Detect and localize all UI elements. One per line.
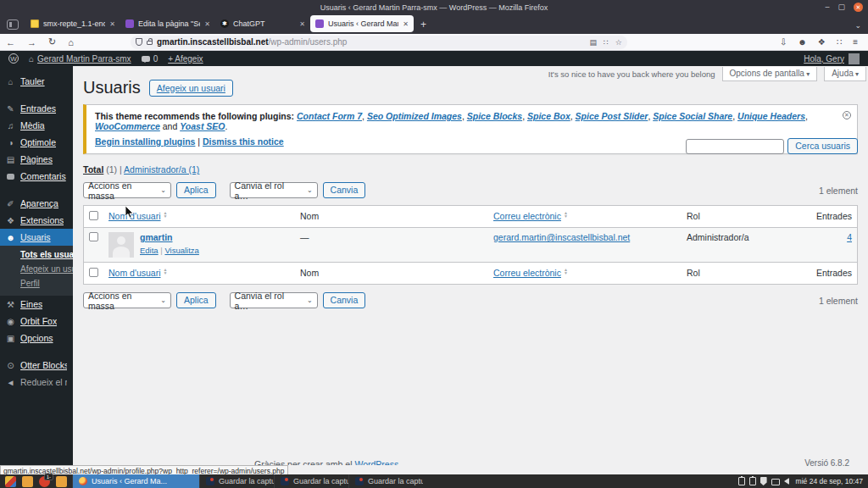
tab-close-icon[interactable]: ✕ [299,20,305,28]
row-checkbox[interactable] [89,232,98,241]
change-role-select[interactable]: Canvia el rol a…⌄ [230,292,318,308]
plugin-link[interactable]: Seo Optimized Images [367,111,462,121]
search-users-button[interactable]: Cerca usuaris [787,138,858,154]
battery-icon[interactable] [738,477,745,485]
tab-close-icon[interactable]: ✕ [109,20,115,28]
clock[interactable]: mié 24 de sep, 10:47 [796,477,863,485]
sidebar-item-orbit-fox[interactable]: ◉Orbit Fox [0,313,73,330]
sidebar-item-optimole[interactable]: ◑Optimole [0,134,73,151]
change-role-select[interactable]: Canvia el rol a…⌄ [230,182,318,198]
account-icon[interactable]: ☻ [798,37,807,47]
battery-alert-icon[interactable] [749,477,756,485]
bookmark-star-icon[interactable]: ☆ [615,38,622,47]
tracking-protection-icon[interactable] [136,38,142,46]
plugin-link[interactable]: Spice Blocks [467,111,522,121]
sidebar-item-pagines[interactable]: ▤Pàgines [0,151,73,168]
apply-button[interactable]: Aplica [176,292,216,308]
display-icon[interactable] [771,479,780,485]
back-icon[interactable]: ← [6,37,15,47]
taskbar-window-capture[interactable]: Guardar la captura ... [274,474,348,488]
sidebar-item-comentaris[interactable]: Comentaris [0,168,73,185]
url-bar[interactable]: gmartin.inscastellbisbal.net/wp-admin/us… [131,36,627,49]
maximize-button[interactable]: ▢ [837,3,845,11]
menu-icon[interactable]: ≡ [853,37,858,47]
filter-administrador-link[interactable]: Administrador/a (1) [124,164,199,175]
change-button[interactable]: Canvia [323,182,366,198]
dismiss-icon[interactable]: ✕ [843,111,851,119]
sidebar-item-eines[interactable]: ⚒Eines [0,296,73,313]
username-link[interactable]: gmartin [140,232,173,242]
select-all-checkbox[interactable] [89,211,98,220]
folder-icon[interactable] [56,476,67,487]
sidebar-item-entrades[interactable]: ✎Entrades [0,100,73,117]
close-button[interactable]: ✕ [854,3,863,12]
tab-close-icon[interactable]: ✕ [204,20,210,28]
sort-email-header[interactable]: Correu electrònic [493,268,561,278]
plugin-link[interactable]: Unique Headers [737,111,805,121]
downloads-icon[interactable]: ⇩ [780,37,787,47]
begin-installing-link[interactable]: Begin installing plugins [95,136,195,147]
taskbar-window-firefox[interactable]: Usuaris ‹ Gerard Ma... [72,474,199,488]
url-text[interactable]: gmartin.inscastellbisbal.net/wp-admin/us… [157,37,586,47]
app-menu-icon[interactable] [5,476,16,487]
tab-close-icon[interactable]: ✕ [403,20,409,28]
submenu-perfil[interactable]: Perfil [0,276,73,291]
user-posts-link[interactable]: 4 [847,232,852,242]
site-name-link[interactable]: Gerard Martin Parra-smx [37,54,131,64]
taskbar-window-capture[interactable]: Guardar la captura ... [348,474,423,488]
select-all-checkbox[interactable] [89,268,98,277]
list-tabs-chevron-icon[interactable]: ⌄ [854,21,861,30]
wordpress-link[interactable]: WordPress [354,459,398,465]
browser-tab-3[interactable]: ✱ ChatGPT ✕ [215,15,310,32]
extensions-icon[interactable]: ❖ [818,37,826,47]
submenu-afegeix-un-usuari[interactable]: Afegeix un usuari [0,262,73,276]
dismiss-notice-link[interactable]: Dismiss this notice [203,136,284,147]
browser-tab-active[interactable]: Usuaris ‹ Gerard Martin Parr ✕ [310,15,414,32]
adminbar-site-link[interactable]: ⌂ Gerard Martin Parra-smx [29,54,131,64]
sidebar-item-usuaris[interactable]: ☻Usuaris [0,229,73,246]
plugin-link[interactable]: Spice Social Share [653,111,732,121]
home-icon[interactable]: ⌂ [68,37,74,47]
firefox-view-icon[interactable] [7,19,19,30]
app-launcher-icon[interactable]: 1- [39,476,50,487]
forward-icon[interactable]: → [27,37,36,47]
reload-icon[interactable]: ↻ [48,36,56,47]
plugin-link[interactable]: Yoast SEO [180,121,225,131]
view-user-link[interactable]: Visualitza [164,246,199,255]
bulk-actions-select[interactable]: Accions en massa⌄ [83,182,171,198]
reader-mode-icon[interactable]: ▤ [590,38,598,47]
apps-grid-icon[interactable]: ∷ [837,37,842,47]
minimize-button[interactable]: – [825,3,829,11]
sidebar-item-otter-blocks[interactable]: ⊙Otter Blocks [0,357,73,374]
containers-icon[interactable]: ∷ [604,38,609,47]
taskbar-window-capture[interactable]: Guardar la captura ... [199,474,274,488]
avatar[interactable] [849,53,860,64]
howdy-link[interactable]: Hola, Gery [804,54,844,64]
adminbar-new-link[interactable]: + Afegeix [168,54,203,64]
lock-icon[interactable] [147,41,153,45]
volume-icon[interactable] [784,478,789,485]
sidebar-item-aparenca[interactable]: ✐Aparença [0,195,73,212]
user-email-link[interactable]: gerard.martin@inscastellbisbal.net [493,232,630,242]
sort-username-header[interactable]: Nom d'usuari [108,268,161,278]
sidebar-collapse-menu[interactable]: ◄Redueix el menú [0,374,73,391]
bulk-actions-select[interactable]: Accions en massa⌄ [83,292,171,308]
sidebar-item-opcions[interactable]: ▣Opcions [0,330,73,347]
folder-icon[interactable] [22,476,33,487]
adminbar-comments[interactable]: 0 [142,54,159,64]
browser-tab-2[interactable]: Edita la pàgina "Securització ✕ [120,15,215,32]
plugin-link[interactable]: Spice Post Slider [576,111,648,121]
search-input[interactable] [686,139,784,154]
plugin-link[interactable]: Contact Form 7 [297,111,362,121]
plugin-link[interactable]: WooCommerce [95,121,160,131]
change-button[interactable]: Canvia [323,292,366,308]
screen-options-button[interactable]: Opcions de pantalla [722,67,818,81]
shield-icon[interactable] [760,477,767,485]
wordpress-logo-icon[interactable]: W [8,53,19,64]
help-button[interactable]: Ajuda [824,67,866,81]
sort-email-header[interactable]: Correu electrònic [493,211,561,221]
browser-tab-1[interactable]: smx-repte_1.1-encàrrecs-gr ✕ [25,15,120,32]
add-user-button[interactable]: Afegeix un usuari [149,80,233,97]
edit-user-link[interactable]: Edita [140,246,159,255]
sidebar-item-media[interactable]: ♫Mèdia [0,117,73,134]
